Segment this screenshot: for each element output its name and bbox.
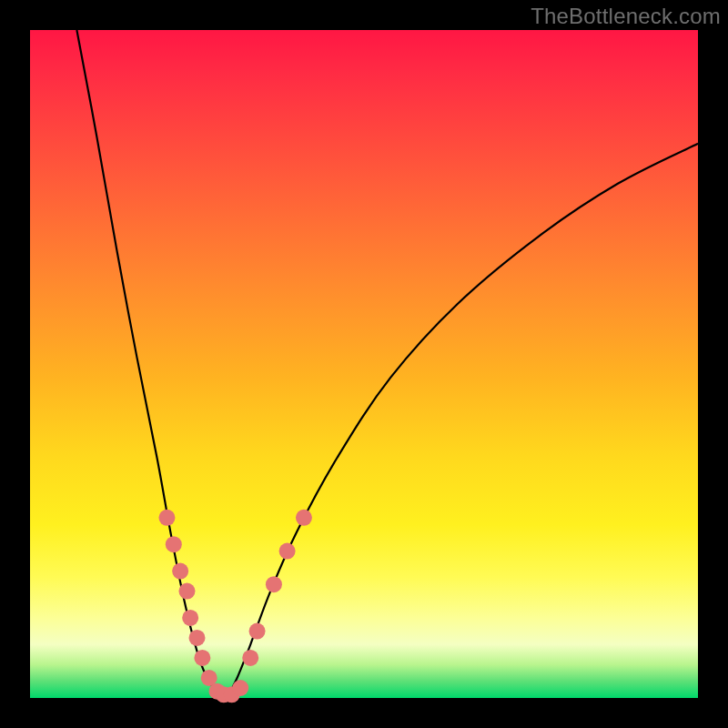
- data-marker: [249, 623, 266, 640]
- data-marker: [178, 583, 195, 600]
- marker-group: [158, 510, 311, 703]
- left-curve: [76, 30, 227, 698]
- chart-svg: [30, 30, 698, 698]
- data-marker: [166, 536, 182, 552]
- data-marker: [158, 510, 175, 526]
- data-marker: [182, 610, 198, 626]
- data-marker: [242, 650, 258, 666]
- data-marker: [194, 650, 210, 666]
- data-marker: [266, 576, 282, 592]
- data-marker: [279, 543, 296, 560]
- data-marker: [296, 510, 312, 526]
- outer-frame: TheBottleneck.com: [0, 0, 728, 728]
- watermark-text: TheBottleneck.com: [531, 4, 721, 29]
- right-curve: [228, 144, 698, 698]
- data-marker: [189, 630, 206, 646]
- data-marker: [172, 563, 188, 580]
- data-marker: [232, 680, 248, 696]
